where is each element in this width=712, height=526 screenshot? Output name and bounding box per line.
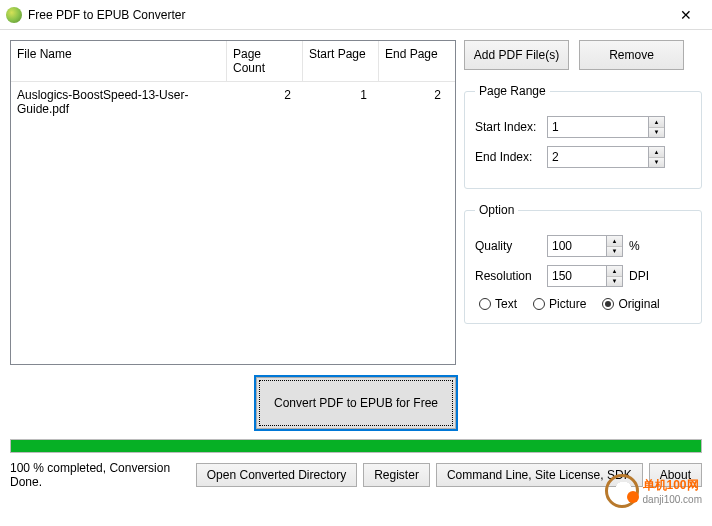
start-index-input[interactable] <box>548 117 648 137</box>
col-filename[interactable]: File Name <box>11 41 227 81</box>
progress-bar <box>10 439 702 453</box>
start-index-spinner[interactable]: ▲▼ <box>547 116 665 138</box>
col-start-page[interactable]: Start Page <box>303 41 379 81</box>
resolution-unit: DPI <box>629 269 649 283</box>
right-panel: Add PDF File(s) Remove Page Range Start … <box>464 40 702 365</box>
radio-icon <box>602 298 614 310</box>
add-pdf-button[interactable]: Add PDF File(s) <box>464 40 569 70</box>
start-index-label: Start Index: <box>475 120 547 134</box>
end-index-input[interactable] <box>548 147 648 167</box>
cell-end-page: 2 <box>379 86 455 118</box>
watermark-url: danji100.com <box>643 494 702 505</box>
radio-picture[interactable]: Picture <box>533 297 586 311</box>
quality-input[interactable] <box>548 236 606 256</box>
spinner-up-icon[interactable]: ▲ <box>649 117 664 128</box>
option-group: Option Quality ▲▼ % Resolution ▲▼ DPI Te… <box>464 203 702 324</box>
file-table[interactable]: File Name Page Count Start Page End Page… <box>10 40 456 365</box>
option-legend: Option <box>475 203 518 217</box>
remove-button[interactable]: Remove <box>579 40 684 70</box>
open-directory-button[interactable]: Open Converted Directory <box>196 463 357 487</box>
col-end-page[interactable]: End Page <box>379 41 455 81</box>
spinner-down-icon[interactable]: ▼ <box>649 128 664 138</box>
spinner-up-icon[interactable]: ▲ <box>649 147 664 158</box>
spinner-up-icon[interactable]: ▲ <box>607 236 622 247</box>
titlebar: Free PDF to EPUB Converter ✕ <box>0 0 712 30</box>
radio-original[interactable]: Original <box>602 297 659 311</box>
close-button[interactable]: ✕ <box>666 1 706 29</box>
cell-start-page: 1 <box>303 86 379 118</box>
spinner-down-icon[interactable]: ▼ <box>649 158 664 168</box>
table-row[interactable]: Auslogics-BoostSpeed-13-User-Guide.pdf 2… <box>11 82 455 122</box>
spinner-up-icon[interactable]: ▲ <box>607 266 622 277</box>
window-title: Free PDF to EPUB Converter <box>28 8 666 22</box>
radio-icon <box>479 298 491 310</box>
radio-text[interactable]: Text <box>479 297 517 311</box>
end-index-label: End Index: <box>475 150 547 164</box>
resolution-label: Resolution <box>475 269 547 283</box>
cell-page-count: 2 <box>227 86 303 118</box>
page-range-group: Page Range Start Index: ▲▼ End Index: ▲▼ <box>464 84 702 189</box>
table-header: File Name Page Count Start Page End Page <box>11 41 455 82</box>
quality-spinner[interactable]: ▲▼ <box>547 235 623 257</box>
end-index-spinner[interactable]: ▲▼ <box>547 146 665 168</box>
convert-button[interactable]: Convert PDF to EPUB for Free <box>256 377 456 429</box>
register-button[interactable]: Register <box>363 463 430 487</box>
radio-icon <box>533 298 545 310</box>
resolution-spinner[interactable]: ▲▼ <box>547 265 623 287</box>
page-range-legend: Page Range <box>475 84 550 98</box>
spinner-down-icon[interactable]: ▼ <box>607 277 622 287</box>
resolution-input[interactable] <box>548 266 606 286</box>
quality-unit: % <box>629 239 640 253</box>
status-text: 100 % completed, Conversion Done. <box>10 461 190 489</box>
about-button[interactable]: About <box>649 463 702 487</box>
cell-filename: Auslogics-BoostSpeed-13-User-Guide.pdf <box>11 86 227 118</box>
col-page-count[interactable]: Page Count <box>227 41 303 81</box>
quality-label: Quality <box>475 239 547 253</box>
app-icon <box>6 7 22 23</box>
command-line-button[interactable]: Command Line, Site License, SDK <box>436 463 643 487</box>
spinner-down-icon[interactable]: ▼ <box>607 247 622 257</box>
